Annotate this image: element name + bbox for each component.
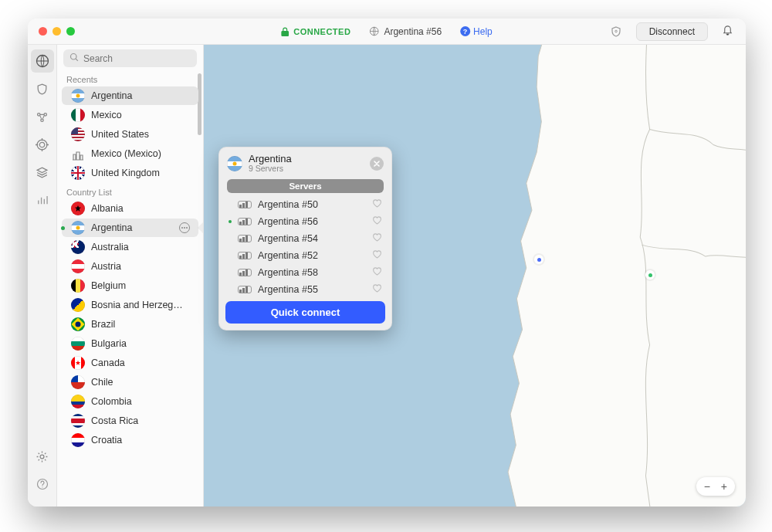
country-label: Albania xyxy=(91,203,124,214)
countries-header: Country List xyxy=(57,183,203,198)
nav-stats-icon[interactable] xyxy=(31,188,54,212)
connected-indicator-icon xyxy=(229,254,232,257)
country-item[interactable]: Albania xyxy=(62,199,198,218)
country-item[interactable]: Australia xyxy=(62,238,198,256)
country-item[interactable]: Colombia xyxy=(62,392,198,411)
server-item[interactable]: Argentina #55 xyxy=(219,281,391,298)
nav-settings-icon[interactable] xyxy=(31,445,54,468)
server-name: Argentina #50 xyxy=(258,199,318,210)
country-label: Argentina xyxy=(91,222,133,233)
server-load-icon xyxy=(238,235,252,242)
recent-item[interactable]: Argentina xyxy=(62,86,198,105)
popover-tab-servers[interactable]: Servers xyxy=(227,179,384,193)
threat-protection-icon[interactable] xyxy=(610,25,622,38)
help-link[interactable]: ? Help xyxy=(460,26,493,37)
nav-mesh-icon[interactable] xyxy=(31,105,54,128)
country-item[interactable]: Bulgaria xyxy=(62,334,198,353)
connection-status: CONNECTED xyxy=(281,27,350,36)
country-item[interactable]: Canada xyxy=(62,354,198,372)
server-item[interactable]: Argentina #58 xyxy=(219,264,391,281)
connected-indicator-icon xyxy=(229,271,232,274)
disconnect-button[interactable]: Disconnect xyxy=(636,22,708,41)
country-label: Colombia xyxy=(91,396,132,407)
nav-help-icon[interactable] xyxy=(31,473,54,496)
location-text: Argentina #56 xyxy=(384,26,442,37)
country-label: Bosnia and Herzeg… xyxy=(91,300,183,310)
recent-label: United Kingdom xyxy=(91,168,160,178)
connected-indicator-icon xyxy=(229,203,232,206)
flag-icon xyxy=(71,317,85,331)
flag-icon xyxy=(71,240,85,254)
popover-title: Argentina xyxy=(249,154,292,164)
svg-point-12 xyxy=(181,227,183,229)
flag-icon xyxy=(71,279,85,293)
country-label: Canada xyxy=(91,357,125,368)
country-label: Costa Rica xyxy=(91,415,138,426)
help-text: Help xyxy=(473,26,493,37)
favorite-button[interactable] xyxy=(372,266,382,279)
country-label: Brazil xyxy=(91,319,115,330)
nav-target-icon[interactable] xyxy=(31,133,54,156)
scrollbar[interactable] xyxy=(198,73,201,135)
flag-icon xyxy=(71,89,85,103)
favorite-button[interactable] xyxy=(372,232,382,245)
country-label: Croatia xyxy=(91,435,122,446)
nav-countries-icon[interactable] xyxy=(31,49,54,73)
server-name: Argentina #56 xyxy=(258,216,318,227)
map-marker-chile[interactable] xyxy=(534,255,543,264)
country-item[interactable]: Argentina xyxy=(62,219,198,237)
connected-dot-icon xyxy=(61,226,65,230)
flag-icon xyxy=(71,298,85,312)
recent-item[interactable]: United Kingdom xyxy=(62,164,198,182)
connected-indicator-icon xyxy=(229,237,232,240)
flag-icon xyxy=(71,108,85,122)
zoom-out-button[interactable]: − xyxy=(703,479,712,494)
svg-point-7 xyxy=(39,142,44,147)
nav-shield-icon[interactable] xyxy=(31,77,54,100)
server-load-icon xyxy=(238,286,252,293)
country-item[interactable]: Belgium xyxy=(62,276,198,295)
server-item[interactable]: Argentina #50 xyxy=(219,196,391,213)
country-item[interactable]: Chile xyxy=(62,373,198,391)
flag-icon xyxy=(71,202,85,215)
country-item[interactable]: Costa Rica xyxy=(62,412,198,430)
search-input[interactable] xyxy=(63,49,197,67)
country-item[interactable]: Brazil xyxy=(62,315,198,334)
recent-label: Mexico (Mexico) xyxy=(91,148,161,159)
window-maximize-button[interactable] xyxy=(66,27,75,36)
popover-flag-icon xyxy=(227,156,242,171)
map-marker-argentina[interactable] xyxy=(645,270,655,280)
server-load-icon xyxy=(238,252,252,259)
server-item[interactable]: Argentina #54 xyxy=(219,230,391,247)
favorite-button[interactable] xyxy=(372,215,382,228)
connected-indicator-icon xyxy=(229,288,232,291)
recent-label: Mexico xyxy=(91,110,122,120)
server-item[interactable]: Argentina #52 xyxy=(219,247,391,264)
country-item[interactable]: Bosnia and Herzeg… xyxy=(62,296,198,314)
favorite-button[interactable] xyxy=(372,283,382,296)
flag-icon xyxy=(71,395,85,408)
more-options-button[interactable] xyxy=(178,222,191,234)
recent-item[interactable]: Mexico xyxy=(62,106,198,124)
country-item[interactable]: Austria xyxy=(62,257,198,276)
server-popover: Argentina 9 Servers Servers Argentina #5… xyxy=(218,147,392,330)
country-item[interactable]: Croatia xyxy=(62,431,198,449)
favorite-button[interactable] xyxy=(372,198,382,211)
window-minimize-button[interactable] xyxy=(52,27,61,36)
window-titlebar: CONNECTED Argentina #56 ? Help Disconnec… xyxy=(28,19,746,45)
recent-item[interactable]: United States xyxy=(62,125,198,144)
server-item[interactable]: Argentina #56 xyxy=(219,213,391,230)
popover-close-button[interactable] xyxy=(370,157,384,171)
zoom-in-button[interactable]: + xyxy=(720,479,729,494)
quick-connect-button[interactable]: Quick connect xyxy=(225,301,385,324)
search-field[interactable] xyxy=(83,53,199,64)
notifications-icon[interactable] xyxy=(722,24,733,39)
country-label: Belgium xyxy=(91,280,126,291)
nav-layers-icon[interactable] xyxy=(31,161,54,184)
recent-item[interactable]: Mexico (Mexico) xyxy=(62,144,198,163)
country-label: Austria xyxy=(91,261,121,272)
connected-location: Argentina #56 xyxy=(369,26,442,37)
status-text: CONNECTED xyxy=(293,27,350,36)
window-close-button[interactable] xyxy=(39,27,47,36)
favorite-button[interactable] xyxy=(372,249,382,262)
